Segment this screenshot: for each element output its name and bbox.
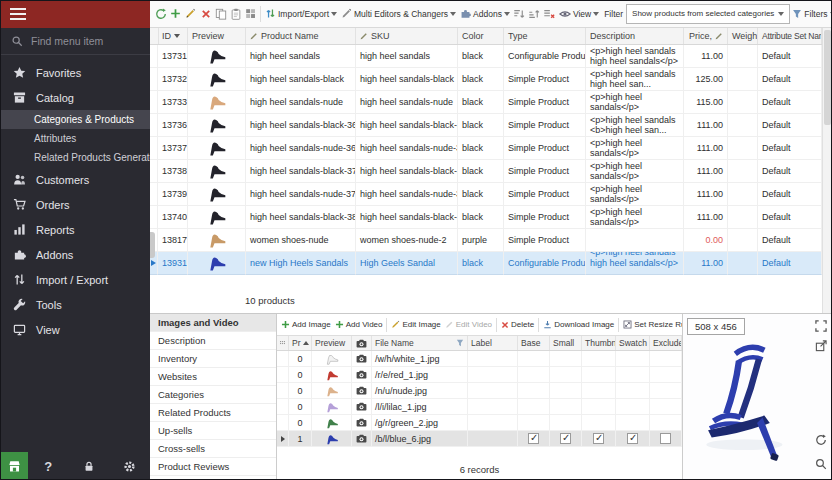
thumbnail-checkbox-cell[interactable] <box>582 367 616 383</box>
bottom-tab[interactable]: Product Reviews <box>150 458 276 476</box>
download-image-button[interactable]: Download Image <box>541 320 616 329</box>
small-checkbox-cell[interactable] <box>550 351 582 367</box>
add-product-button[interactable] <box>168 3 183 25</box>
sidebar-item-catalog[interactable]: Catalog <box>0 85 150 110</box>
copy-button[interactable] <box>213 3 228 25</box>
open-external-button[interactable] <box>813 338 829 354</box>
col-product-name[interactable]: Product Name <box>246 28 356 44</box>
product-row[interactable]: 13736 high heel sandals-black-36 high he… <box>150 114 822 137</box>
sidebar-item-categories-products[interactable]: Categories & Products <box>0 110 150 129</box>
exclude-checkbox[interactable] <box>660 433 671 444</box>
thumbnail-checkbox-cell[interactable] <box>582 431 616 447</box>
small-checkbox-cell[interactable] <box>550 415 582 431</box>
small-checkbox[interactable] <box>560 433 571 444</box>
col-sku[interactable]: SKU <box>356 28 458 44</box>
col-small[interactable]: Small <box>550 336 582 350</box>
thumbnail-checkbox-cell[interactable] <box>582 383 616 399</box>
filters-menu[interactable]: Filters <box>790 3 832 25</box>
zoom-button[interactable] <box>813 456 829 472</box>
small-checkbox-cell[interactable] <box>550 399 582 415</box>
bottom-tab[interactable]: Images and Video <box>150 314 276 332</box>
sidebar-splitter-handle[interactable] <box>150 232 155 258</box>
col-description[interactable]: Description <box>586 28 684 44</box>
base-checkbox[interactable] <box>528 433 539 444</box>
help-button[interactable]: ? <box>28 452 69 480</box>
thumbnail-checkbox-cell[interactable] <box>582 351 616 367</box>
col-weight[interactable]: Weight <box>728 28 758 44</box>
columns-button[interactable] <box>243 3 258 25</box>
col-id[interactable]: ID <box>158 28 188 44</box>
bottom-tab[interactable]: Inventory <box>150 350 276 368</box>
delete-product-button[interactable] <box>198 3 213 25</box>
col-type[interactable]: Type <box>504 28 586 44</box>
sidebar-item-related-products-generator[interactable]: Related Products Generator <box>0 148 150 167</box>
fullscreen-button[interactable] <box>813 318 829 334</box>
view-menu[interactable]: View <box>557 3 601 25</box>
add-video-button[interactable]: Add Video <box>333 320 385 329</box>
sort-ascending-button[interactable] <box>512 3 527 25</box>
col-file-name[interactable]: File Name <box>372 336 468 350</box>
images-grid-options[interactable] <box>277 336 289 350</box>
col-camera[interactable] <box>352 336 372 350</box>
swatch-checkbox-cell[interactable] <box>616 351 650 367</box>
swatch-checkbox[interactable] <box>627 433 638 444</box>
base-checkbox-cell[interactable] <box>518 431 550 447</box>
scrollbar-thumb[interactable] <box>824 30 831 125</box>
product-row[interactable]: 13931 new High Heels Sandals High Geels … <box>150 252 822 275</box>
thumbnail-checkbox-cell[interactable] <box>582 399 616 415</box>
bottom-tab[interactable]: Categories <box>150 386 276 404</box>
col-thumbnail[interactable]: Thumbna <box>582 336 616 350</box>
add-image-button[interactable]: Add Image <box>279 320 333 329</box>
product-row[interactable]: 13738 high heel sandals-black-37 high he… <box>150 160 822 183</box>
col-price[interactable]: Price, <box>684 28 728 44</box>
image-row[interactable]: 0 /g/r/green_2.jpg <box>277 415 682 431</box>
exclude-checkbox-cell[interactable] <box>650 383 682 399</box>
col-base[interactable]: Base <box>518 336 550 350</box>
col-attribute-set-name[interactable]: Attribute Set Name <box>758 28 822 44</box>
grid-vertical-scrollbar[interactable] <box>822 28 832 313</box>
import-export-menu[interactable]: Import/Export <box>263 3 339 25</box>
swatch-checkbox-cell[interactable] <box>616 415 650 431</box>
image-row[interactable]: 1 /b/l/blue_6.jpg <box>277 431 682 447</box>
image-row[interactable]: 0 /l/i/lilac_1.jpg <box>277 399 682 415</box>
small-checkbox-cell[interactable] <box>550 367 582 383</box>
sort-descending-button[interactable] <box>527 3 542 25</box>
addons-menu[interactable]: Addons <box>458 3 512 25</box>
paste-button[interactable] <box>228 3 243 25</box>
refresh-button[interactable] <box>153 3 168 25</box>
image-row[interactable]: 0 /n/u/nude.jpg <box>277 383 682 399</box>
bottom-tab[interactable]: Up-sells <box>150 422 276 440</box>
small-checkbox-cell[interactable] <box>550 431 582 447</box>
lock-button[interactable] <box>69 452 110 480</box>
bottom-tab[interactable]: Related Products <box>150 404 276 422</box>
exclude-checkbox-cell[interactable] <box>650 415 682 431</box>
col-swatch[interactable]: Swatch <box>616 336 650 350</box>
swatch-checkbox-cell[interactable] <box>616 367 650 383</box>
col-priority[interactable]: Pr <box>289 336 312 350</box>
category-filter-select[interactable]: Show products from selected categories <box>626 4 790 24</box>
swatch-checkbox-cell[interactable] <box>616 383 650 399</box>
multi-editors-menu[interactable]: Multi Editors & Changers <box>339 3 458 25</box>
product-row[interactable]: 13740 high heel sandals-black-38 high he… <box>150 206 822 229</box>
exclude-checkbox-cell[interactable] <box>650 367 682 383</box>
product-row[interactable]: 13817 women shoes-nude women shoes-nude-… <box>150 229 822 252</box>
small-checkbox-cell[interactable] <box>550 383 582 399</box>
sidebar-search[interactable] <box>0 28 150 55</box>
product-row[interactable]: 13739 high heel sandals-nude-37 high hee… <box>150 183 822 206</box>
rotate-button[interactable] <box>813 432 829 448</box>
col-color[interactable]: Color <box>458 28 504 44</box>
swatch-checkbox-cell[interactable] <box>616 431 650 447</box>
edit-image-button[interactable]: Edit Image <box>389 320 442 329</box>
hamburger-menu-icon[interactable] <box>10 8 26 20</box>
sidebar-item-tools[interactable]: Tools <box>0 292 150 317</box>
product-row[interactable]: 13733 high heel sandals-nude high heel s… <box>150 91 822 114</box>
exclude-checkbox-cell[interactable] <box>650 399 682 415</box>
exclude-checkbox-cell[interactable] <box>650 351 682 367</box>
sidebar-item-favorites[interactable]: Favorites <box>0 60 150 85</box>
sidebar-item-addons[interactable]: Addons <box>0 242 150 267</box>
sidebar-item-customers[interactable]: Customers <box>0 167 150 192</box>
base-checkbox-cell[interactable] <box>518 415 550 431</box>
exclude-checkbox-cell[interactable] <box>650 431 682 447</box>
product-row[interactable]: 13737 high heel sandals-nude-36 high hee… <box>150 137 822 160</box>
base-checkbox-cell[interactable] <box>518 399 550 415</box>
